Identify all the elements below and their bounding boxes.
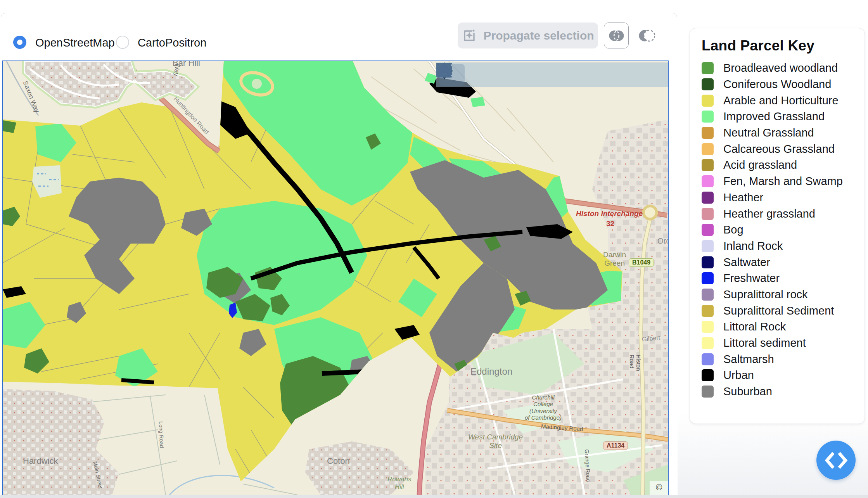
legend-swatch <box>702 78 714 90</box>
code-panel-toggle-button[interactable] <box>816 441 856 480</box>
radio-cartopositron[interactable] <box>116 36 129 49</box>
legend-item: Broadleaved woodland <box>702 60 857 76</box>
legend-swatch <box>702 289 714 301</box>
difference-circles-icon <box>637 28 657 43</box>
legend-item: Suburban <box>702 384 857 400</box>
legend-swatch <box>702 192 714 204</box>
page-background: OpenStreetMap CartoPositron Propagate se… <box>0 0 868 498</box>
legend-swatch <box>702 159 714 171</box>
legend-item: Neutral Grassland <box>702 125 857 141</box>
legend-item: Urban <box>702 367 857 384</box>
home-icon[interactable] <box>603 64 628 86</box>
legend-swatch <box>702 95 714 107</box>
legend-item: Fen, Marsh and Swamp <box>702 173 857 190</box>
map-panel: OpenStreetMap CartoPositron Propagate se… <box>1 13 677 496</box>
legend-item: Heather <box>702 190 857 206</box>
legend-item: Inland Rock <box>702 238 857 254</box>
map-modebar <box>436 62 668 87</box>
legend-item: Littoral Rock <box>702 319 857 335</box>
legend-title: Land Parcel Key <box>702 38 857 54</box>
propagate-selection-label: Propagate selection <box>483 29 594 42</box>
legend-item: Coniferous Woodland <box>702 76 857 93</box>
difference-selection-mode-button[interactable] <box>637 28 657 43</box>
legend-item: Arable and Horticulture <box>702 92 857 109</box>
radio-cartopositron-label[interactable]: CartoPositron <box>138 36 206 49</box>
page-bottom-strip <box>0 495 868 498</box>
legend-item: Freshwater <box>702 270 857 287</box>
radio-openstreetmap-label[interactable]: OpenStreetMap <box>35 36 115 49</box>
legend-swatch <box>702 272 714 284</box>
legend-swatch <box>702 208 714 220</box>
legend-swatch <box>702 143 714 155</box>
clear-selection-icon[interactable] <box>636 64 662 86</box>
legend-swatch <box>702 62 714 74</box>
legend-swatch <box>702 305 714 317</box>
map-header: OpenStreetMap CartoPositron Propagate se… <box>1 13 677 60</box>
legend-swatch <box>702 321 714 333</box>
legend-swatch <box>702 337 714 349</box>
legend-item: Heather grassland <box>702 206 857 222</box>
sparkle-frame-icon <box>462 28 477 43</box>
legend-item: Bog <box>702 222 857 238</box>
pan-icon[interactable] <box>468 64 493 86</box>
map-canvas[interactable]: Bar Hill Way Saxon Way Huntingdon Road H… <box>2 61 669 496</box>
legend-swatch <box>702 256 714 268</box>
legend-swatch <box>702 111 714 123</box>
zoom-in-icon[interactable] <box>552 64 577 86</box>
radio-openstreetmap[interactable] <box>13 36 26 49</box>
legend-item: Calcareous Grassland <box>702 141 857 157</box>
legend-swatch <box>702 175 714 187</box>
code-chevrons-icon <box>824 452 849 469</box>
overlap-circles-icon <box>607 28 625 43</box>
legend-item: Supralittoral Sediment <box>702 303 857 319</box>
legend-item: Supralittoral rock <box>702 287 857 303</box>
box-select-icon[interactable] <box>493 64 519 86</box>
land-parcel-key-card: Land Parcel Key Broadleaved woodland Con… <box>690 28 865 424</box>
legend-item: Improved Grassland <box>702 109 857 125</box>
legend-list: Broadleaved woodland Coniferous Woodland… <box>702 60 857 399</box>
legend-swatch <box>702 353 714 365</box>
legend-swatch <box>702 386 714 398</box>
zoom-out-icon[interactable] <box>577 64 603 86</box>
legend-item: Littoral sediment <box>702 335 857 351</box>
legend-swatch <box>702 240 714 252</box>
propagate-selection-button[interactable]: Propagate selection <box>458 22 598 48</box>
legend-item: Saltmarsh <box>702 351 857 367</box>
overlap-selection-mode-button[interactable] <box>604 22 629 48</box>
legend-swatch <box>702 224 714 236</box>
legend-swatch <box>702 369 714 381</box>
legend-item: Saltwater <box>702 254 857 270</box>
lasso-select-icon[interactable] <box>519 64 545 86</box>
legend-swatch <box>702 127 714 139</box>
legend-item: Acid grassland <box>702 157 857 173</box>
